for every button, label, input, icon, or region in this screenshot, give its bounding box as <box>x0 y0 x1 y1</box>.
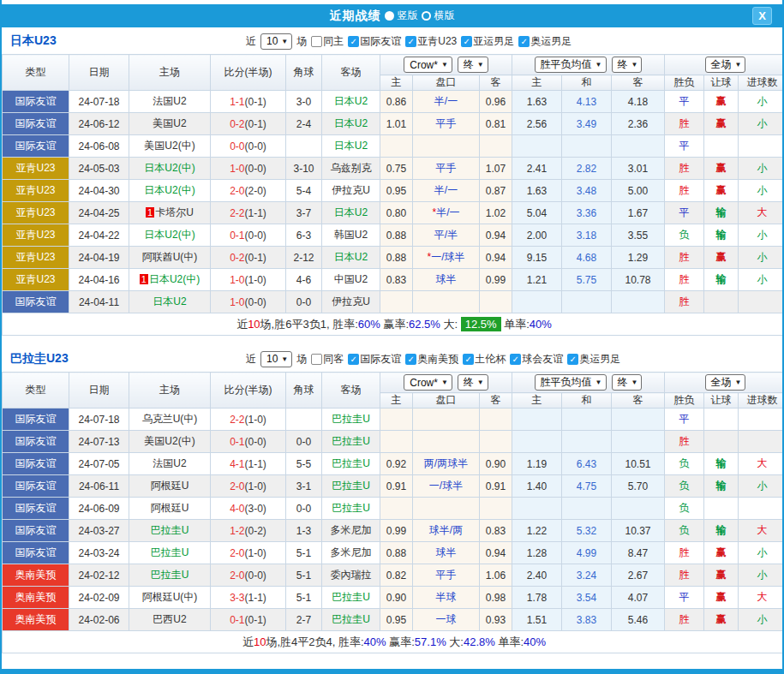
halftime-score: (1-1) <box>245 592 266 604</box>
match-type-badge: 国际友谊 <box>3 113 69 135</box>
column-header: 客场 <box>322 55 380 91</box>
away-team: 日本U2 <box>322 135 380 158</box>
checkbox-icon: ✓ <box>567 354 578 365</box>
recent-results-dialog: 近期战绩 竖版 横版 X 日本U23近10▼场同主✓国际友谊✓亚青U23✓亚运男… <box>0 0 784 674</box>
horizontal-layout-radio[interactable] <box>422 11 431 21</box>
league-checkbox[interactable]: ✓奥南美预 <box>405 352 458 367</box>
score-cell: 1-0(0-0) <box>211 291 286 313</box>
handicap-home-odds: 0.88 <box>380 542 413 564</box>
odds-company-select[interactable]: Crow*▼ <box>404 374 452 391</box>
near-label: 近 <box>246 34 256 49</box>
match-count-select[interactable]: 10▼ <box>260 33 292 50</box>
result-win-draw-loss: 胜 <box>665 247 704 269</box>
star-marker: * <box>427 251 431 263</box>
close-icon[interactable]: X <box>752 7 772 25</box>
europe-draw-odds: 4.13 <box>562 91 612 113</box>
europe-home-odds: 2.41 <box>512 158 562 180</box>
home-team: 美国U2(中) <box>129 431 211 453</box>
match-date: 24-03-24 <box>69 542 129 564</box>
dialog-title: 近期战绩 <box>330 9 381 24</box>
odds-company-select[interactable]: Crow*▼ <box>404 57 452 73</box>
home-team-name: 卡塔尔U <box>155 206 194 218</box>
league-checkbox[interactable]: ✓奥运男足 <box>518 34 572 49</box>
result-over-under: 大 <box>739 202 784 224</box>
result-over-under: 小 <box>739 158 784 180</box>
match-type-badge: 亚青U23 <box>3 269 69 291</box>
halftime-score: (0-2) <box>245 525 266 537</box>
league-checkbox[interactable]: ✓土伦杯 <box>463 352 506 367</box>
horizontal-layout-label[interactable]: 横版 <box>434 9 455 23</box>
filter-bar: 巴拉圭U23近10▼场同客✓国际友谊✓奥南美预✓土伦杯✓球会友谊✓奥运男足 <box>2 348 782 370</box>
same-venue-checkbox[interactable]: 同客 <box>311 352 344 367</box>
europe-draw-odds: 3.36 <box>562 202 612 224</box>
result-handicap: 赢 <box>704 158 739 180</box>
fulltime-score: 0-1 <box>230 230 244 242</box>
result-over-under: 大 <box>739 453 784 475</box>
score-cell: 1-0(1-0) <box>211 269 286 291</box>
halftime-score: (0-0) <box>245 230 266 242</box>
result-handicap: 输 <box>704 269 739 291</box>
final-odds-select[interactable]: 终▼ <box>458 57 488 73</box>
match-date: 24-02-06 <box>69 609 129 631</box>
handicap-away-odds: 0.91 <box>480 475 512 498</box>
handicap-home-odds <box>380 498 413 520</box>
match-row: 国际友谊24-06-11阿根廷U2-0(1-0)3-1巴拉圭U0.91一/球半0… <box>3 475 784 498</box>
away-team-name: 伊拉克U <box>332 184 370 196</box>
result-win-draw-loss: 胜 <box>665 113 704 135</box>
result-over-under: 小 <box>739 180 784 202</box>
halftime-score: (0-0) <box>245 570 266 582</box>
home-team: 1日本U2(中) <box>129 269 211 291</box>
league-checkbox[interactable]: ✓亚运男足 <box>461 34 514 49</box>
checkbox-icon: ✓ <box>405 354 416 365</box>
corner-score: 5-1 <box>286 587 322 609</box>
home-team: 美国U2 <box>129 113 211 135</box>
home-team-name: 巴拉圭U <box>151 524 189 536</box>
corner-score: 5-4 <box>286 180 322 202</box>
checkbox-icon: ✓ <box>348 36 359 47</box>
europe-draw-odds <box>562 498 612 520</box>
europe-home-odds: 1.22 <box>512 520 562 542</box>
match-type-badge: 国际友谊 <box>3 291 69 313</box>
handicap-away-odds <box>480 291 512 313</box>
score-cell: 0-2(0-1) <box>211 113 286 135</box>
final-odds-select[interactable]: 终▼ <box>612 57 643 73</box>
match-count-select[interactable]: 10▼ <box>260 351 292 367</box>
result-over-under: 小 <box>739 609 784 631</box>
league-checkbox[interactable]: ✓奥运男足 <box>567 352 620 367</box>
league-checkbox[interactable]: ✓国际友谊 <box>348 34 401 49</box>
match-date: 24-06-08 <box>69 135 129 158</box>
europe-odds-select[interactable]: 胜平负均值▼ <box>535 57 607 73</box>
home-team: 阿根廷U <box>129 498 211 520</box>
scope-select[interactable]: 全场▼ <box>705 57 746 73</box>
europe-home-odds: 2.00 <box>512 224 562 247</box>
sub-column-header: 和 <box>562 393 612 409</box>
final-odds-select[interactable]: 终▼ <box>612 374 643 391</box>
sub-column-header: 主 <box>512 75 562 91</box>
result-handicap <box>704 431 739 453</box>
handicap-home-odds <box>380 431 413 453</box>
europe-odds-select[interactable]: 胜平负均值▼ <box>535 374 607 391</box>
chevron-down-icon: ▼ <box>595 61 602 69</box>
fulltime-score: 1-0 <box>230 296 244 308</box>
same-venue-checkbox[interactable]: 同主 <box>311 34 344 49</box>
handicap-line: 一/球半 <box>413 475 480 498</box>
handicap-home-odds: 0.90 <box>380 587 413 609</box>
chevron-down-icon: ▼ <box>477 379 484 386</box>
result-win-draw-loss: 平 <box>665 409 704 431</box>
vertical-layout-label[interactable]: 竖版 <box>398 9 418 23</box>
handicap-line: 平手 <box>413 113 480 135</box>
result-header: 全场▼ <box>665 55 784 75</box>
match-date: 24-07-18 <box>69 409 129 431</box>
home-team: 日本U2(中) <box>129 180 211 202</box>
league-checkbox[interactable]: ✓亚青U23 <box>405 34 457 49</box>
result-over-under <box>739 291 784 313</box>
match-date: 24-04-22 <box>69 224 129 247</box>
league-checkbox[interactable]: ✓国际友谊 <box>348 352 401 367</box>
scope-select[interactable]: 全场▼ <box>705 374 746 391</box>
league-checkbox[interactable]: ✓球会友谊 <box>510 352 563 367</box>
vertical-layout-radio[interactable] <box>385 11 394 21</box>
handicap-home-odds: 0.95 <box>380 609 413 631</box>
final-odds-select[interactable]: 终▼ <box>458 374 488 391</box>
away-team: 中国U2 <box>322 269 380 291</box>
handicap-away-odds <box>480 431 512 453</box>
